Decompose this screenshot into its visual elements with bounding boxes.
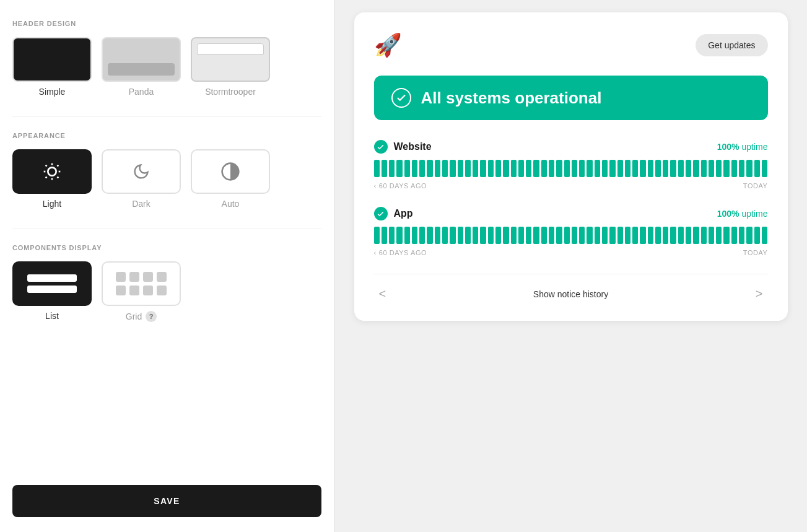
chevron-left-website: ‹ bbox=[374, 182, 377, 190]
grid-help-badge[interactable]: ? bbox=[146, 311, 157, 322]
appearance-dark-label: Dark bbox=[132, 199, 150, 209]
display-list-card[interactable] bbox=[12, 261, 92, 306]
app-bar-labels: ‹ 60 DAYS AGO TODAY bbox=[374, 249, 768, 256]
uptime-segment bbox=[533, 227, 539, 244]
uptime-segment bbox=[617, 160, 623, 177]
appearance-light-option[interactable]: Light bbox=[12, 149, 92, 209]
svg-point-0 bbox=[48, 167, 56, 175]
uptime-segment bbox=[678, 160, 684, 177]
display-grid-card[interactable] bbox=[102, 261, 181, 306]
service-header-website: Website 100% uptime bbox=[374, 140, 768, 154]
uptime-segment bbox=[465, 227, 471, 244]
right-panel: 🚀 Get updates All systems operational bbox=[334, 0, 807, 532]
header-simple-option[interactable]: Simple bbox=[12, 37, 92, 97]
grid-dot bbox=[116, 272, 126, 282]
status-card: 🚀 Get updates All systems operational bbox=[354, 12, 788, 321]
service-left-app: App bbox=[374, 207, 413, 220]
uptime-segment bbox=[746, 160, 752, 177]
uptime-segment bbox=[518, 160, 524, 177]
get-updates-button[interactable]: Get updates bbox=[696, 34, 767, 56]
website-today-label: TODAY bbox=[743, 182, 768, 190]
grid-dot bbox=[129, 272, 139, 282]
appearance-options: Light Dark Auto bbox=[12, 149, 321, 209]
grid-dot bbox=[143, 286, 153, 295]
header-stormtrooper-option[interactable]: Stormtrooper bbox=[191, 37, 270, 97]
appearance-auto-label: Auto bbox=[222, 199, 240, 209]
chevron-left-app: ‹ bbox=[374, 249, 377, 256]
uptime-segment bbox=[739, 227, 744, 244]
grid-dot bbox=[143, 272, 153, 282]
uptime-segment bbox=[709, 227, 714, 244]
show-history-link[interactable]: Show notice history bbox=[533, 289, 608, 299]
uptime-segment bbox=[404, 227, 410, 244]
display-grid-label-row: Grid ? bbox=[126, 311, 157, 322]
uptime-segment bbox=[564, 160, 570, 177]
uptime-segment bbox=[609, 227, 615, 244]
header-panda-card[interactable] bbox=[102, 37, 181, 82]
appearance-auto-option[interactable]: Auto bbox=[191, 149, 270, 209]
uptime-segment bbox=[435, 227, 440, 244]
uptime-segment bbox=[526, 160, 531, 177]
display-grid-option[interactable]: Grid ? bbox=[102, 261, 181, 322]
uptime-segment bbox=[374, 227, 380, 244]
header-panda-option[interactable]: Panda bbox=[102, 37, 181, 97]
all-systems-banner: All systems operational bbox=[374, 76, 768, 120]
uptime-segment bbox=[473, 160, 478, 177]
uptime-segment bbox=[572, 227, 577, 244]
display-list-label: List bbox=[45, 311, 59, 321]
svg-line-7 bbox=[46, 177, 47, 178]
divider-2 bbox=[12, 229, 321, 229]
header-stormtrooper-card[interactable] bbox=[191, 37, 270, 82]
card-footer: < Show notice history > bbox=[374, 274, 768, 303]
uptime-segment bbox=[435, 160, 440, 177]
uptime-segment bbox=[587, 160, 592, 177]
grid-dot bbox=[116, 286, 126, 295]
uptime-segment bbox=[686, 227, 691, 244]
display-list-option[interactable]: List bbox=[12, 261, 92, 322]
rocket-logo: 🚀 bbox=[374, 32, 402, 58]
uptime-segment bbox=[648, 227, 653, 244]
grid-dot bbox=[129, 286, 139, 295]
card-header: 🚀 Get updates bbox=[374, 32, 768, 58]
uptime-segment bbox=[655, 227, 661, 244]
footer-prev-button[interactable]: < bbox=[374, 284, 391, 303]
header-design-options: Simple Panda Stormtrooper bbox=[12, 37, 321, 97]
uptime-segment bbox=[670, 160, 676, 177]
uptime-segment bbox=[640, 160, 645, 177]
uptime-segment bbox=[587, 227, 592, 244]
uptime-segment bbox=[442, 160, 448, 177]
uptime-segment bbox=[663, 227, 668, 244]
footer-next-button[interactable]: > bbox=[751, 284, 768, 303]
uptime-segment bbox=[625, 227, 630, 244]
svg-line-5 bbox=[46, 165, 47, 167]
display-grid-label: Grid bbox=[126, 312, 142, 321]
app-uptime: 100% uptime bbox=[717, 209, 768, 219]
uptime-segment bbox=[549, 227, 554, 244]
components-display-options: List Grid ? bbox=[12, 261, 321, 322]
uptime-segment bbox=[655, 160, 661, 177]
header-simple-card[interactable] bbox=[12, 37, 92, 82]
uptime-segment bbox=[723, 227, 729, 244]
uptime-segment bbox=[450, 227, 455, 244]
uptime-segment bbox=[427, 160, 432, 177]
uptime-segment bbox=[526, 227, 531, 244]
uptime-segment bbox=[564, 227, 570, 244]
grid-dot bbox=[157, 286, 167, 295]
uptime-segment bbox=[427, 227, 432, 244]
save-button[interactable]: SAVE bbox=[12, 485, 321, 517]
uptime-segment bbox=[595, 160, 600, 177]
appearance-dark-card[interactable] bbox=[102, 149, 181, 194]
app-today-label: TODAY bbox=[743, 249, 768, 256]
app-service-name: App bbox=[394, 208, 413, 219]
uptime-segment bbox=[709, 160, 714, 177]
divider-1 bbox=[12, 116, 321, 117]
uptime-segment bbox=[731, 160, 737, 177]
uptime-segment bbox=[625, 160, 630, 177]
uptime-segment bbox=[746, 227, 752, 244]
appearance-auto-card[interactable] bbox=[191, 149, 270, 194]
uptime-segment bbox=[503, 160, 508, 177]
appearance-light-card[interactable] bbox=[12, 149, 92, 194]
uptime-segment bbox=[762, 160, 767, 177]
uptime-segment bbox=[396, 160, 402, 177]
appearance-dark-option[interactable]: Dark bbox=[102, 149, 181, 209]
